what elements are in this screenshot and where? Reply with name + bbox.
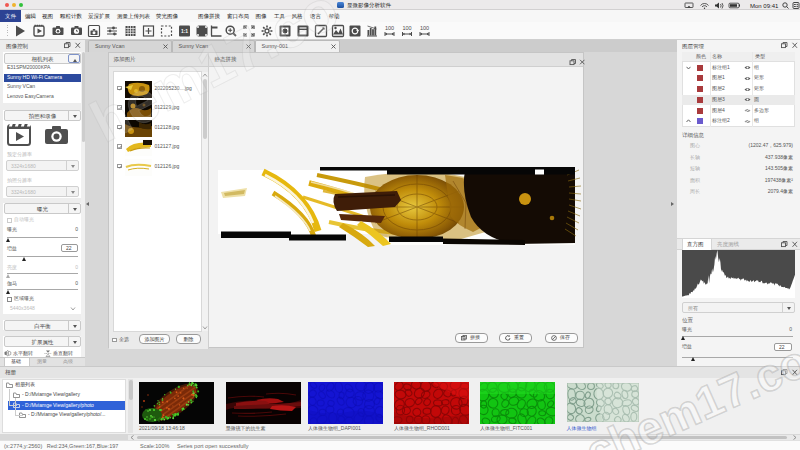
svg-text:100: 100	[420, 25, 429, 31]
svg-text:100: 100	[402, 25, 411, 31]
svg-text:100: 100	[385, 25, 394, 31]
svg-text:1:1: 1:1	[181, 28, 188, 34]
svg-text:Mon 09:41: Mon 09:41	[750, 3, 779, 9]
